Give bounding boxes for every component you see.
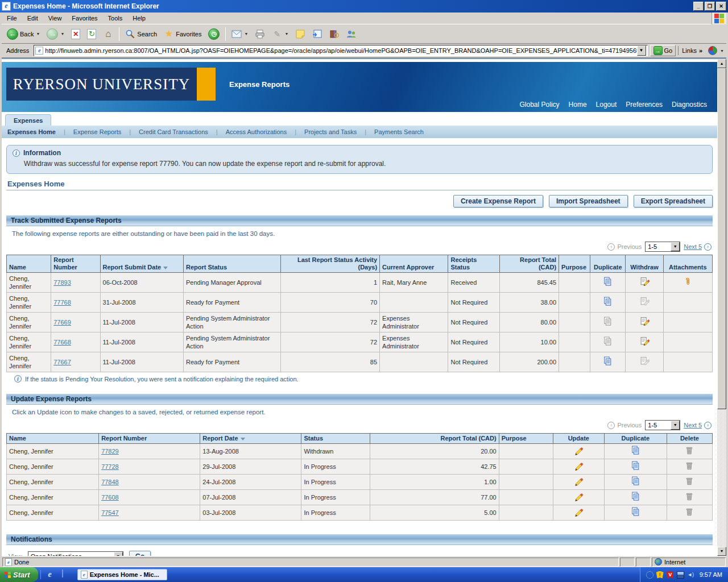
next-arrow-icon[interactable]: ›	[704, 422, 712, 429]
links-button[interactable]: Links »	[678, 46, 706, 55]
go-button[interactable]: → Go	[650, 45, 676, 56]
track-next-label[interactable]: Next 5	[684, 243, 702, 250]
update-icon[interactable]	[574, 465, 584, 472]
duplicate-icon[interactable]	[631, 496, 640, 502]
home-button[interactable]: ⌂	[100, 27, 116, 41]
next-arrow-icon[interactable]: ›	[704, 243, 712, 251]
duplicate-icon[interactable]	[631, 480, 640, 487]
update-icon[interactable]	[574, 496, 584, 502]
research-button[interactable]	[326, 27, 342, 41]
duplicate-icon[interactable]	[603, 281, 613, 288]
menu-favorites[interactable]: Favorites	[67, 13, 102, 23]
subnav-item-expense-reports[interactable]: Expense Reports	[65, 128, 129, 135]
address-input[interactable]	[45, 47, 636, 54]
withdraw-icon[interactable]	[640, 321, 650, 327]
subnav-item-projects-and-tasks[interactable]: Projects and Tasks	[296, 128, 365, 135]
import-spreadsheet-button[interactable]: Import Spreadsheet	[549, 195, 628, 207]
print-button[interactable]	[252, 27, 268, 41]
subnav-item-credit-card-transactions[interactable]: Credit Card Transactions	[131, 128, 216, 135]
messenger-button[interactable]	[344, 27, 359, 41]
edit-button[interactable]: ✎ ▼	[269, 27, 291, 41]
banner-link-diagnostics[interactable]: Diagnostics	[672, 101, 707, 109]
addressbar-extension-icon[interactable]	[708, 46, 717, 55]
address-field[interactable]: e ▼	[34, 45, 647, 56]
scroll-down-icon[interactable]: ▼	[717, 547, 726, 556]
report-number-link[interactable]: 77728	[101, 463, 119, 470]
menu-edit[interactable]: Edit	[22, 13, 43, 23]
quick-launch-ie-icon[interactable]: e	[46, 570, 55, 579]
network-icon[interactable]	[677, 571, 684, 579]
withdraw-icon[interactable]	[640, 340, 650, 347]
select-dropdown-icon[interactable]: ▼	[114, 552, 123, 556]
report-number-link[interactable]: 77848	[101, 479, 119, 485]
tab-expenses[interactable]: Expenses	[5, 114, 51, 126]
report-number-link[interactable]: 77829	[101, 448, 119, 455]
menu-file[interactable]: File	[2, 13, 22, 23]
mail-button[interactable]: ▼	[229, 27, 251, 41]
export-spreadsheet-button[interactable]: Export Spreadsheet	[634, 195, 713, 207]
delete-icon[interactable]	[685, 480, 694, 487]
update-icon[interactable]	[574, 511, 584, 518]
address-dropdown-icon[interactable]: ▼	[637, 45, 646, 56]
quick-launch-outlook-icon[interactable]	[58, 570, 67, 579]
banner-link-preferences[interactable]: Preferences	[626, 101, 663, 109]
antivirus-shield-icon[interactable]: V	[667, 571, 674, 579]
report-number-link[interactable]: 77667	[53, 359, 71, 365]
banner-link-global-policy[interactable]: Global Policy	[520, 101, 560, 109]
minimize-button[interactable]: _	[693, 2, 704, 11]
onenote-button[interactable]	[309, 27, 325, 41]
update-icon[interactable]	[574, 450, 584, 456]
delete-icon[interactable]	[685, 450, 694, 456]
report-number-link[interactable]: 77668	[53, 339, 71, 346]
update-next-label[interactable]: Next 5	[684, 422, 702, 429]
refresh-button[interactable]: ↻	[84, 27, 99, 41]
duplicate-icon[interactable]	[603, 301, 613, 307]
notifications-go-button[interactable]: Go	[129, 551, 151, 556]
banner-link-logout[interactable]: Logout	[596, 101, 617, 109]
edit-dropdown-icon[interactable]: ▼	[284, 32, 288, 36]
delete-icon[interactable]	[685, 496, 694, 502]
update-icon[interactable]	[574, 480, 584, 487]
report-number-link[interactable]: 77768	[53, 299, 71, 306]
close-button[interactable]: ✕	[716, 2, 726, 11]
search-button[interactable]: Search	[122, 27, 160, 41]
menu-tools[interactable]: Tools	[103, 13, 128, 23]
attachments-icon[interactable]	[683, 281, 692, 288]
update-range-select[interactable]: 1-5▼	[645, 420, 680, 430]
duplicate-icon[interactable]	[631, 511, 640, 518]
column-header-report-date[interactable]: Report Date	[200, 434, 301, 444]
subnav-item-expenses-home[interactable]: Expenses Home	[6, 128, 64, 135]
sticky-note-button[interactable]	[292, 27, 308, 41]
delete-icon[interactable]	[685, 465, 694, 472]
volume-icon[interactable]: ◄)	[687, 571, 694, 579]
history-button[interactable]: ◷	[205, 27, 222, 41]
start-button[interactable]: Start	[0, 567, 38, 582]
report-number-link[interactable]: 77893	[53, 279, 71, 286]
report-number-link[interactable]: 77608	[101, 494, 119, 501]
duplicate-icon[interactable]	[631, 465, 640, 472]
extension-dropdown-icon[interactable]: ▼	[720, 49, 724, 53]
favorites-button[interactable]: ★ Favorites	[161, 27, 204, 41]
forward-dropdown-icon[interactable]: ▼	[60, 32, 64, 36]
duplicate-icon[interactable]	[631, 450, 640, 456]
back-dropdown-icon[interactable]: ▼	[36, 32, 40, 36]
report-number-link[interactable]: 77669	[53, 319, 71, 326]
report-number-link[interactable]: 77547	[101, 509, 119, 516]
tray-app-icon[interactable]	[646, 571, 653, 579]
duplicate-icon[interactable]	[603, 360, 613, 367]
mail-dropdown-icon[interactable]: ▼	[244, 32, 248, 36]
scrollbar-thumb[interactable]	[717, 68, 726, 409]
menu-help[interactable]: Help	[127, 13, 151, 23]
banner-link-home[interactable]: Home	[569, 101, 587, 109]
delete-icon[interactable]	[685, 511, 694, 518]
track-range-select[interactable]: 1-5▼	[645, 242, 680, 252]
create-expense-report-button[interactable]: Create Expense Report	[453, 195, 543, 207]
back-button[interactable]: ← Back ▼	[4, 27, 43, 41]
menu-view[interactable]: View	[43, 13, 67, 23]
select-dropdown-icon[interactable]: ▼	[671, 242, 680, 251]
subnav-item-access-authorizations[interactable]: Access Authorizations	[218, 128, 295, 135]
stop-button[interactable]: ✕	[68, 27, 83, 41]
column-header-report-submit-date[interactable]: Report Submit Date	[100, 255, 183, 273]
forward-button[interactable]: → ▼	[44, 27, 67, 41]
restore-button[interactable]: ❐	[705, 2, 715, 11]
